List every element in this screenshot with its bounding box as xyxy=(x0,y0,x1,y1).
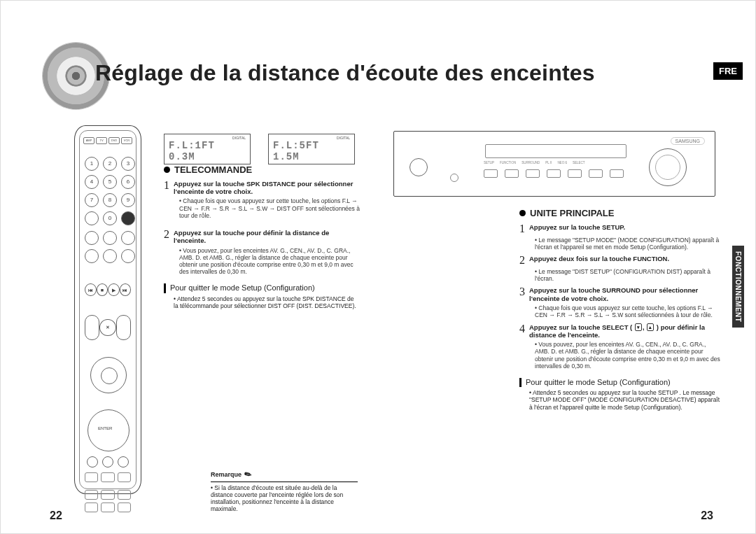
volume-knob xyxy=(649,148,687,186)
step-number: 1 xyxy=(164,180,169,196)
next-icon: ⏭ xyxy=(120,283,132,296)
quit-title: Pour quitter le mode Setup (Configuratio… xyxy=(519,378,721,387)
up-icon: ▴ xyxy=(647,323,654,331)
step-2: 2 Appuyez deux fois sur la touche FUNCTI… xyxy=(519,255,721,266)
remote-volume-area: ✕ xyxy=(85,315,131,340)
remote-btn xyxy=(118,490,131,500)
step-1: 1 Appuyez sur la touche SPK DISTANCE pou… xyxy=(164,180,360,196)
remarque-text: • Si la distance d'écoute est située au-… xyxy=(211,484,358,512)
remote-mode: TV xyxy=(96,137,107,144)
unit-btn xyxy=(505,169,519,178)
remote-btn: 1 xyxy=(85,157,99,171)
unit-label: PL II xyxy=(545,161,552,164)
lcd-text: F.L:5FT 1.5M xyxy=(273,140,350,162)
power-button xyxy=(410,158,428,176)
remote-btn xyxy=(103,249,117,263)
remote-btn: 8 xyxy=(103,193,117,207)
step-number: 1 xyxy=(519,223,525,234)
remote-btn: 0 xyxy=(103,211,117,225)
bullet-icon xyxy=(164,167,170,173)
section-title: UNITE PRINCIPALE xyxy=(530,208,614,219)
remote-btn: 5 xyxy=(103,175,117,189)
remote-small-row xyxy=(85,231,131,263)
unit-btn xyxy=(547,169,561,178)
quit-note: • Attendez 5 secondes ou appuyez sur la … xyxy=(529,389,721,411)
section-heading: UNITE PRINCIPALE xyxy=(519,208,721,219)
step-note: Chaque fois que vous appuyez sur cette t… xyxy=(535,304,721,318)
step-note: Vous pouvez, pour les enceintes AV. G., … xyxy=(179,247,360,276)
step-number: 2 xyxy=(519,255,525,266)
remote-btn xyxy=(87,456,98,468)
remote-btn xyxy=(103,231,117,245)
step-note: Vous pouvez, pour les enceintes AV. G., … xyxy=(535,341,721,370)
headphone-jack xyxy=(450,174,458,182)
main-unit-illustration: SAMSUNG SETUP FUNCTION SURROUND PL II NE… xyxy=(393,131,715,197)
remote-numpad: 1 2 3 4 5 6 7 8 9 0 xyxy=(85,157,131,225)
unit-label: SURROUND xyxy=(522,161,540,164)
remote-btn: 7 xyxy=(85,193,99,207)
language-tag: FRE xyxy=(713,62,743,80)
remote-mode: DVD xyxy=(108,137,120,144)
remote-btn xyxy=(85,472,98,482)
telecommande-section: TELECOMMANDE 1 Appuyez sur la touche SPK… xyxy=(164,160,360,309)
unit-label: FUNCTION xyxy=(500,161,516,164)
remote-btn xyxy=(85,231,99,245)
remote-btn xyxy=(121,249,135,263)
step-text: Appuyez sur la touche pour définir la di… xyxy=(174,229,360,245)
bullet-icon xyxy=(519,210,526,216)
remote-mode-bar: AMP TV DVD VCR xyxy=(83,137,132,144)
remote-btn xyxy=(118,503,131,512)
remote-btn xyxy=(85,211,99,225)
step-3: 3 Appuyez sur la touche SURROUND pour sé… xyxy=(519,286,721,302)
remote-btn xyxy=(118,456,129,468)
quit-note: • Attendez 5 secondes ou appuyez sur la … xyxy=(174,295,360,309)
remote-btn xyxy=(102,456,113,468)
remote-control-illustration: AMP TV DVD VCR 1 2 3 4 5 6 7 8 9 0 xyxy=(74,125,141,494)
unit-labels: SETUP FUNCTION SURROUND PL II NEO:6 SELE… xyxy=(484,161,584,164)
unit-btn xyxy=(568,169,582,178)
remote-transport-row: ⏮ ■ ▶ ⏭ xyxy=(85,283,131,296)
manual-spread: Réglage de la distance d'écoute des ence… xyxy=(0,0,756,534)
remote-dpad xyxy=(90,357,127,393)
quit-note-text: Attendez 5 secondes ou appuyez sur la to… xyxy=(174,295,356,309)
step-note: Chaque fois que vous appuyez sur cette t… xyxy=(179,197,360,219)
unit-btn xyxy=(484,169,498,178)
remarque-label-text: Remarque xyxy=(211,471,241,478)
step-number: 4 xyxy=(519,323,525,339)
remote-lower-grid2 xyxy=(85,490,131,512)
stop-icon: ■ xyxy=(97,283,108,296)
down-icon: ▾ xyxy=(635,323,642,331)
unit-label: SETUP xyxy=(484,161,494,164)
remote-btn: 4 xyxy=(85,175,99,189)
quit-note-text: Attendez 5 secondes ou appuyez sur la to… xyxy=(529,389,720,410)
remote-btn xyxy=(101,472,114,482)
remarque-text-body: Si la distance d'écoute est située au-de… xyxy=(211,484,343,512)
step-1: 1 Appuyez sur la touche SETUP. xyxy=(519,223,721,234)
step-note: Le message "DIST SETUP" (CONFIGURATION D… xyxy=(535,268,721,282)
unit-btn xyxy=(526,169,540,178)
pencil-icon: ✎ xyxy=(242,468,253,480)
remarque-label: Remarque ✎ xyxy=(211,470,358,479)
unit-button-row xyxy=(484,169,624,178)
step-4: 4 Appuyez sur la touche SELECT ( ▾, ▴ ) … xyxy=(519,323,721,339)
step-note: Le message "SETUP MODE" (MODE CONFIGURAT… xyxy=(535,237,721,251)
step-text: Appuyez sur la touche SPK DISTANCE pour … xyxy=(174,180,360,196)
unite-section: UNITE PRINCIPALE 1 Appuyez sur la touche… xyxy=(519,204,721,411)
remote-btn xyxy=(101,503,114,512)
unit-label: SELECT xyxy=(573,161,585,164)
tuning-rocker xyxy=(116,315,131,340)
unit-display xyxy=(485,144,626,158)
remote-btn xyxy=(118,472,131,482)
unit-btn xyxy=(589,169,603,178)
step4-a: Appuyez sur la touche SELECT ( xyxy=(529,323,632,331)
remote-btn: 6 xyxy=(121,175,135,189)
remote-lower-grid xyxy=(85,472,131,482)
step-number: 2 xyxy=(164,229,169,245)
page-number-right: 23 xyxy=(701,510,713,522)
unit-btn xyxy=(610,169,624,178)
play-icon: ▶ xyxy=(108,283,120,296)
section-title: TELECOMMANDE xyxy=(174,164,252,176)
remote-misc xyxy=(85,456,131,468)
remote-btn xyxy=(121,231,135,245)
step-2: 2 Appuyez sur la touche pour définir la … xyxy=(164,229,360,245)
